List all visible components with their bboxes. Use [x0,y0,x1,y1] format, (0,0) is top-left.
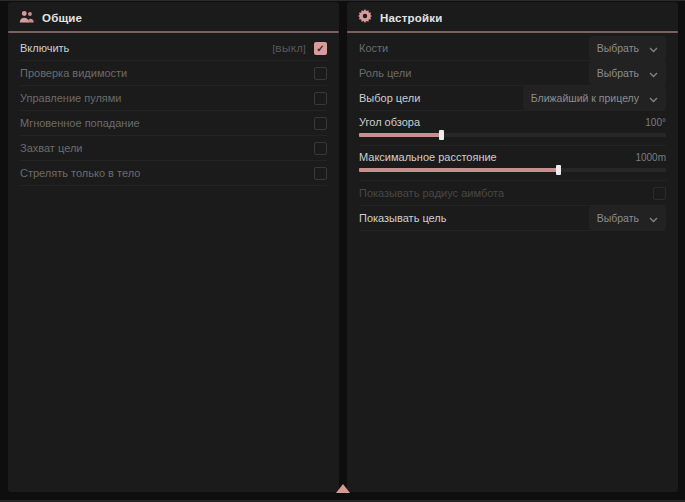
row-label: Угол обзора [359,116,420,128]
row-label: Включить [20,42,69,54]
scroll-up-arrow[interactable] [336,484,350,493]
chevron-down-icon [649,64,658,82]
row-target-role[interactable]: Роль цели Выбрать [359,61,666,86]
row-label: Максимальное расстояние [359,151,497,163]
checkbox-body-only[interactable] [314,167,327,180]
row-fov: Угол обзора 100° [359,111,666,146]
row-controls: [ВЫКЛ] ✓ [272,42,327,55]
row-label: Показывать цель [359,212,447,224]
row-label: Проверка видимости [20,67,127,79]
checkbox-instant-hit[interactable] [314,117,327,130]
checkbox-show-aimbot-radius[interactable] [653,187,666,200]
panel-title-general: Общие [42,12,82,24]
chevron-down-icon [649,39,658,57]
row-instant-hit[interactable]: Мгновенное попадание [20,111,327,136]
row-bullet-control[interactable]: Управление пулями [20,86,327,111]
show-target-dropdown[interactable]: Выбрать [589,206,666,230]
slider-fill [359,133,442,137]
keybind-label: [ВЫКЛ] [272,43,306,54]
slider-value: 1000m [635,152,666,163]
row-enable[interactable]: Включить [ВЫКЛ] ✓ [20,36,327,61]
panel-settings-header: Настройки [347,2,678,31]
row-label: Управление пулями [20,92,122,104]
users-icon [19,9,34,27]
general-rows: Включить [ВЫКЛ] ✓ Проверка видимости Упр… [8,33,339,186]
slider-thumb[interactable] [556,165,561,175]
row-max-distance: Максимальное расстояние 1000m [359,146,666,181]
slider-fill [359,168,559,172]
gear-icon [358,9,372,27]
settings-rows: Кости Выбрать Роль цели Выбрать Выбор це… [347,33,678,231]
slider-value: 100° [645,117,666,128]
row-bones[interactable]: Кости Выбрать [359,36,666,61]
row-label: Кости [359,42,388,54]
target-role-dropdown[interactable]: Выбрать [589,61,666,85]
fov-slider[interactable] [359,133,666,137]
row-label: Стрелять только в тело [20,167,140,179]
max-distance-slider[interactable] [359,168,666,172]
row-show-target[interactable]: Показывать цель Выбрать [359,206,666,231]
panel-title-settings: Настройки [380,12,442,24]
row-target-selection[interactable]: Выбор цели Ближайший к прицелу [359,86,666,111]
window-top-edge [0,0,685,1]
slider-head: Максимальное расстояние 1000m [359,151,666,163]
checkbox-bullet-control[interactable] [314,92,327,105]
panel-settings: Настройки Кости Выбрать Роль цели Выбрат… [347,2,678,492]
row-target-lock[interactable]: Захват цели [20,136,327,161]
dropdown-value: Выбрать [597,212,639,224]
dropdown-value: Выбрать [597,67,639,79]
slider-head: Угол обзора 100° [359,116,666,128]
row-visibility-check[interactable]: Проверка видимости [20,61,327,86]
row-label: Роль цели [359,67,411,79]
checkbox-target-lock[interactable] [314,142,327,155]
panel-general: Общие Включить [ВЫКЛ] ✓ Проверка видимос… [8,2,339,492]
chevron-down-icon [649,209,658,227]
checkbox-visibility-check[interactable] [314,67,327,80]
dropdown-value: Ближайший к прицелу [531,92,639,104]
row-body-only[interactable]: Стрелять только в тело [20,161,327,186]
row-label: Выбор цели [359,92,420,104]
bones-dropdown[interactable]: Выбрать [589,36,666,60]
checkbox-enable[interactable]: ✓ [314,42,327,55]
row-label: Захват цели [20,142,82,154]
dropdown-value: Выбрать [597,42,639,54]
target-selection-dropdown[interactable]: Ближайший к прицелу [523,86,666,110]
row-label: Мгновенное попадание [20,117,140,129]
chevron-down-icon [649,89,658,107]
slider-thumb[interactable] [439,130,444,140]
row-show-aimbot-radius[interactable]: Показывать радиус аимбота [359,181,666,206]
row-label: Показывать радиус аимбота [359,187,504,199]
panel-general-header: Общие [8,2,339,31]
